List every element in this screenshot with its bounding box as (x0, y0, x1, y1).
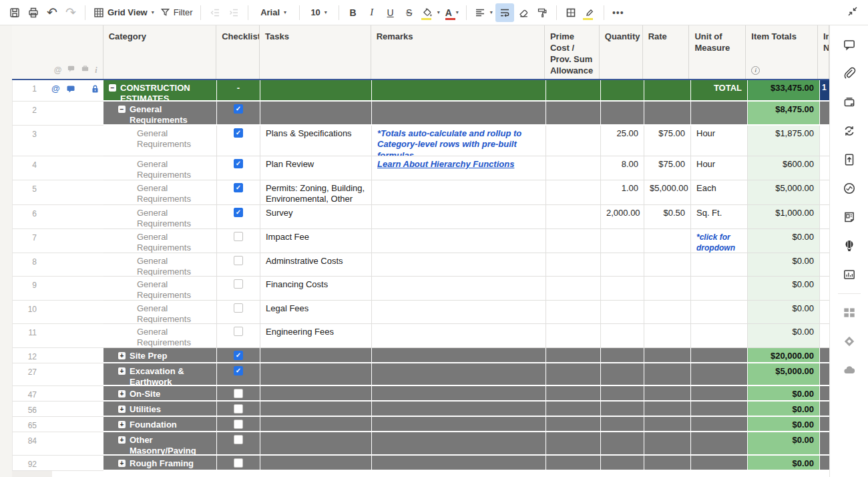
borders-button[interactable] (562, 3, 580, 22)
remarks-cell[interactable] (372, 386, 546, 402)
prime-cost-cell[interactable] (546, 80, 601, 102)
remarks-cell[interactable] (372, 253, 546, 277)
font-family-select[interactable]: Arial ▾ (253, 3, 294, 22)
checklist-checkbox[interactable] (234, 303, 243, 313)
quantity-cell[interactable] (601, 102, 644, 126)
info-icon[interactable]: i (751, 66, 760, 75)
prime-cost-cell[interactable] (546, 348, 601, 363)
item-total-cell[interactable]: $20,000.00 (748, 348, 820, 363)
task-cell[interactable] (260, 402, 372, 417)
unit-of-measure-cell[interactable]: TOTAL (691, 80, 748, 102)
invoice-number-cell[interactable] (820, 348, 829, 363)
checklist-cell[interactable]: ✓ (217, 180, 260, 205)
category-cell[interactable]: +On-Site Water/Sewer (103, 386, 217, 402)
font-size-select[interactable]: 10 ▾ (304, 3, 334, 22)
task-cell[interactable] (260, 386, 372, 402)
bold-button[interactable]: B (344, 3, 363, 22)
column-header-prime-cost-prov-sum-allowance[interactable]: Prime Cost / Prov. Sum Allowance (545, 25, 600, 79)
prime-cost-cell[interactable] (546, 324, 601, 348)
remarks-cell[interactable] (372, 348, 546, 363)
collapse-toggle[interactable]: − (118, 106, 126, 113)
prime-cost-cell[interactable] (546, 156, 601, 180)
column-header-remarks[interactable]: Remarks (371, 25, 545, 79)
invoice-number-cell[interactable] (820, 229, 829, 253)
checklist-cell[interactable]: ✓ (217, 126, 260, 156)
category-cell[interactable]: General Requirements (103, 205, 217, 229)
invoice-number-cell[interactable] (820, 363, 829, 386)
checklist-cell[interactable] (217, 432, 260, 456)
checklist-cell[interactable] (217, 417, 260, 432)
item-total-cell[interactable]: $0.00 (748, 277, 820, 301)
quantity-cell[interactable] (601, 277, 644, 301)
remarks-cell[interactable] (372, 102, 546, 126)
item-total-cell[interactable]: $1,875.00 (748, 126, 820, 156)
quantity-cell[interactable] (601, 229, 644, 253)
checklist-cell[interactable] (217, 386, 260, 402)
unit-of-measure-cell[interactable]: Sq. Ft. (691, 205, 748, 229)
checklist-cell[interactable]: ✓ (217, 102, 260, 126)
category-cell[interactable]: General Requirements (103, 253, 217, 277)
row-number[interactable]: 4 (12, 156, 43, 180)
task-cell[interactable]: Legal Fees (260, 301, 372, 324)
invoice-number-cell[interactable] (820, 402, 829, 417)
checklist-cell[interactable] (217, 277, 260, 301)
checklist-cell[interactable] (217, 229, 260, 253)
remarks-cell[interactable] (372, 363, 546, 386)
rate-cell[interactable]: $0.50 (644, 205, 691, 229)
quantity-cell[interactable] (601, 417, 644, 432)
rate-cell[interactable] (644, 229, 691, 253)
wrap-text-button[interactable] (495, 3, 514, 22)
column-header-tasks[interactable]: Tasks (260, 25, 371, 79)
checklist-checkbox[interactable] (234, 435, 243, 444)
underline-button[interactable]: U (381, 3, 400, 22)
proofs-button[interactable] (838, 91, 861, 114)
checklist-cell[interactable]: ✓ (217, 156, 260, 180)
quantity-cell[interactable] (601, 324, 644, 348)
task-cell[interactable]: Engineering Fees (260, 324, 372, 348)
remarks-cell[interactable] (372, 277, 546, 301)
quantity-cell[interactable] (601, 348, 644, 363)
clear-format-button[interactable] (514, 3, 533, 22)
expand-toggle[interactable]: + (118, 367, 126, 375)
task-cell[interactable]: Impact Fee (260, 229, 372, 253)
column-header-checklist[interactable]: Checklist (216, 25, 260, 79)
expand-toggle[interactable]: + (118, 436, 126, 444)
quantity-cell[interactable] (601, 80, 644, 102)
item-total-cell[interactable]: $0.00 (748, 229, 820, 253)
invoice-number-cell[interactable] (820, 253, 829, 277)
quantity-cell[interactable] (601, 402, 644, 417)
checklist-cell[interactable]: ✓ (217, 205, 260, 229)
more-options-button[interactable]: ••• (609, 3, 628, 22)
checklist-checkbox[interactable]: ✓ (234, 208, 243, 217)
quantity-cell[interactable]: 8.00 (601, 156, 644, 180)
rate-cell[interactable] (644, 363, 691, 386)
remarks-cell[interactable] (372, 229, 546, 253)
remarks-cell[interactable]: Learn About Hierarchy Functions (372, 156, 546, 180)
unit-of-measure-cell[interactable] (691, 386, 748, 402)
unit-of-measure-cell[interactable] (691, 417, 748, 432)
quantity-cell[interactable] (601, 386, 644, 402)
checklist-checkbox[interactable]: ✓ (234, 183, 243, 192)
category-cell[interactable]: General Requirements (103, 324, 217, 348)
expand-toggle[interactable]: + (118, 421, 126, 428)
row-number[interactable]: 92 (12, 456, 43, 471)
quantity-cell[interactable] (601, 253, 644, 277)
prime-cost-cell[interactable] (546, 205, 601, 229)
invoice-number-cell[interactable] (820, 180, 829, 205)
unit-of-measure-cell[interactable]: Hour (691, 126, 748, 156)
quantity-cell[interactable] (601, 432, 644, 456)
row-number-header[interactable] (12, 25, 43, 79)
task-cell[interactable] (260, 417, 372, 432)
remarks-cell[interactable] (372, 301, 546, 324)
category-cell[interactable]: General Requirements (103, 156, 217, 180)
rate-cell[interactable] (644, 402, 691, 417)
rate-cell[interactable] (644, 253, 691, 277)
prime-cost-cell[interactable] (546, 301, 601, 324)
more-cloud-button[interactable] (838, 359, 861, 381)
unit-of-measure-cell[interactable]: Each (691, 180, 748, 205)
checklist-checkbox[interactable] (234, 404, 243, 414)
task-cell[interactable]: Financing Costs (260, 277, 372, 301)
unit-of-measure-cell[interactable] (691, 301, 748, 324)
invoice-number-cell[interactable] (820, 102, 829, 126)
invoice-number-cell[interactable] (820, 456, 829, 471)
